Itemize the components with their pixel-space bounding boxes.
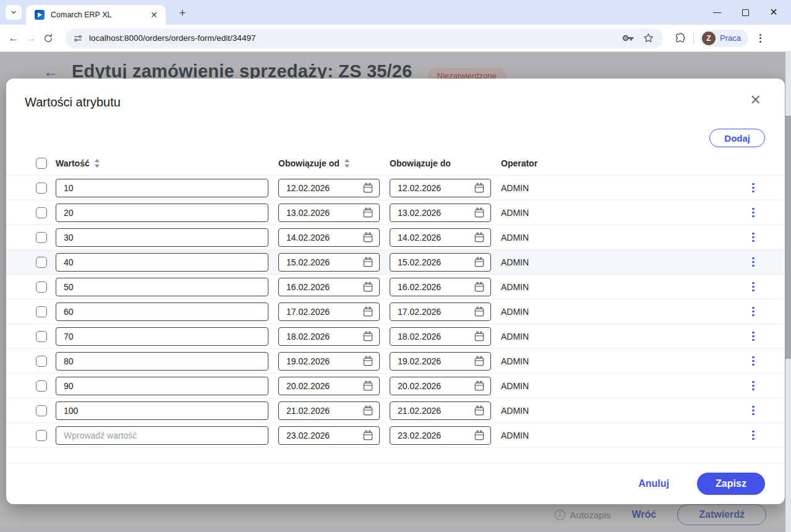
date-to-input[interactable]: 19.02.2026 xyxy=(390,352,491,371)
sort-icon[interactable] xyxy=(344,159,350,168)
calendar-icon[interactable] xyxy=(473,429,485,442)
column-header-valid-from[interactable]: Obowiązuje od xyxy=(278,158,380,168)
date-to-input[interactable]: 13.02.2026 xyxy=(390,204,491,222)
calendar-icon[interactable] xyxy=(362,281,374,293)
date-from-input[interactable]: 17.02.2026 xyxy=(278,302,380,321)
tab-close-icon[interactable]: ✕ xyxy=(148,9,160,20)
back-button[interactable]: ← xyxy=(5,30,22,47)
address-bar[interactable]: localhost:8000/orders/orders-form/edit/3… xyxy=(66,28,663,48)
calendar-icon[interactable] xyxy=(473,256,485,268)
profile-chip[interactable]: Z Praca xyxy=(700,30,748,47)
date-to-input[interactable]: 21.02.2026 xyxy=(390,401,491,420)
row-checkbox[interactable] xyxy=(36,232,47,243)
forward-button[interactable]: → xyxy=(22,30,40,47)
url-text[interactable]: localhost:8000/orders/orders-form/edit/3… xyxy=(89,33,622,43)
scrollbar-thumb[interactable] xyxy=(785,116,791,359)
sort-icon[interactable] xyxy=(94,159,100,168)
calendar-icon[interactable] xyxy=(473,182,485,194)
row-menu-button[interactable] xyxy=(749,205,758,221)
maximize-button[interactable] xyxy=(739,6,751,19)
row-checkbox[interactable] xyxy=(36,430,47,441)
row-menu-button[interactable] xyxy=(749,279,758,295)
row-menu-button[interactable] xyxy=(749,230,758,246)
date-from-input[interactable]: 19.02.2026 xyxy=(278,352,380,371)
scrollbar-track[interactable] xyxy=(785,52,791,532)
row-checkbox[interactable] xyxy=(36,380,47,392)
date-to-input[interactable]: 18.02.2026 xyxy=(390,327,491,346)
date-from-input[interactable]: 21.02.2026 xyxy=(278,401,380,420)
value-input[interactable] xyxy=(56,377,268,395)
close-dialog-icon[interactable]: ✕ xyxy=(750,93,761,107)
calendar-icon[interactable] xyxy=(362,231,374,244)
date-from-input[interactable]: 20.02.2026 xyxy=(278,377,380,395)
cancel-button[interactable]: Anuluj xyxy=(638,478,669,489)
extensions-puzzle-icon[interactable] xyxy=(674,32,686,44)
row-checkbox[interactable] xyxy=(36,306,47,317)
browser-tab[interactable]: Comarch ERP XL ✕ xyxy=(26,5,166,25)
date-from-input[interactable]: 23.02.2026 xyxy=(278,426,380,445)
row-menu-button[interactable] xyxy=(749,403,758,419)
row-menu-button[interactable] xyxy=(749,254,758,270)
value-input[interactable] xyxy=(56,253,268,272)
calendar-icon[interactable] xyxy=(473,405,485,417)
select-all-checkbox[interactable] xyxy=(36,158,47,169)
calendar-icon[interactable] xyxy=(362,182,374,194)
calendar-icon[interactable] xyxy=(362,429,374,442)
date-from-input[interactable]: 14.02.2026 xyxy=(278,228,380,247)
calendar-icon[interactable] xyxy=(473,231,485,244)
save-button[interactable]: Zapisz xyxy=(697,473,765,495)
date-from-input[interactable]: 13.02.2026 xyxy=(278,204,380,222)
value-input[interactable] xyxy=(56,278,268,296)
calendar-icon[interactable] xyxy=(473,281,485,293)
date-to-input[interactable]: 14.02.2026 xyxy=(390,228,491,247)
row-menu-button[interactable] xyxy=(749,304,758,320)
date-to-input[interactable]: 12.02.2026 xyxy=(390,179,491,197)
bookmark-star-icon[interactable] xyxy=(643,32,654,44)
value-input[interactable] xyxy=(56,327,268,346)
date-to-input[interactable]: 20.02.2026 xyxy=(390,377,491,395)
calendar-icon[interactable] xyxy=(362,405,374,417)
tab-search-button[interactable] xyxy=(6,5,22,20)
calendar-icon[interactable] xyxy=(473,306,485,318)
value-input[interactable] xyxy=(56,401,268,420)
row-checkbox[interactable] xyxy=(36,405,47,416)
row-menu-button[interactable] xyxy=(749,353,758,369)
date-from-input[interactable]: 18.02.2026 xyxy=(278,327,380,346)
row-checkbox[interactable] xyxy=(36,207,47,218)
calendar-icon[interactable] xyxy=(362,256,374,268)
calendar-icon[interactable] xyxy=(362,380,374,392)
date-to-input[interactable]: 23.02.2026 xyxy=(390,426,491,445)
add-button[interactable]: Dodaj xyxy=(709,129,765,147)
row-checkbox[interactable] xyxy=(36,257,47,268)
minimize-button[interactable] xyxy=(711,6,723,19)
row-checkbox[interactable] xyxy=(36,182,47,194)
calendar-icon[interactable] xyxy=(473,330,485,343)
date-to-input[interactable]: 15.02.2026 xyxy=(390,253,491,272)
calendar-icon[interactable] xyxy=(473,380,485,392)
row-menu-button[interactable] xyxy=(749,180,758,196)
value-input[interactable] xyxy=(56,179,268,197)
date-from-input[interactable]: 16.02.2026 xyxy=(278,278,380,296)
date-from-input[interactable]: 12.02.2026 xyxy=(278,179,380,197)
calendar-icon[interactable] xyxy=(473,207,485,219)
value-input[interactable] xyxy=(56,228,268,247)
calendar-icon[interactable] xyxy=(362,207,374,219)
calendar-icon[interactable] xyxy=(362,306,374,318)
value-input[interactable] xyxy=(56,426,268,445)
date-to-input[interactable]: 17.02.2026 xyxy=(390,302,491,321)
row-checkbox[interactable] xyxy=(36,331,47,342)
new-tab-button[interactable]: + xyxy=(176,6,189,20)
value-input[interactable] xyxy=(56,204,268,222)
date-to-input[interactable]: 16.02.2026 xyxy=(390,278,491,296)
value-input[interactable] xyxy=(56,352,268,371)
value-input[interactable] xyxy=(56,302,268,321)
calendar-icon[interactable] xyxy=(362,330,374,343)
row-checkbox[interactable] xyxy=(36,356,47,367)
calendar-icon[interactable] xyxy=(473,355,485,367)
column-header-value[interactable]: Wartość xyxy=(56,158,268,168)
browser-menu-button[interactable] xyxy=(757,32,764,45)
row-menu-button[interactable] xyxy=(749,378,758,394)
site-info-icon[interactable] xyxy=(73,33,83,43)
password-key-icon[interactable] xyxy=(622,32,634,44)
row-checkbox[interactable] xyxy=(36,281,47,293)
